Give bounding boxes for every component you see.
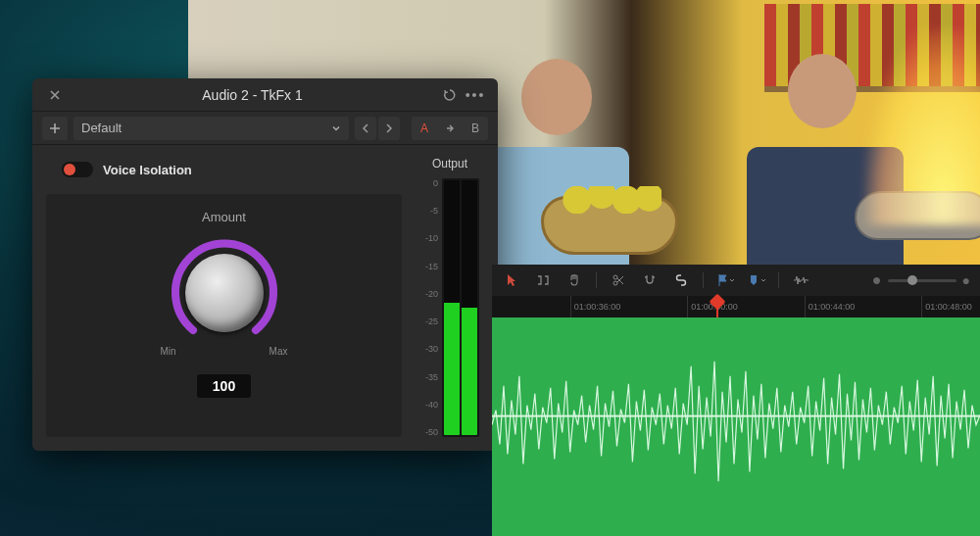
svg-rect-2 <box>492 415 980 417</box>
output-meter: 0 -5 -10 -15 -20 -25 -30 -35 -40 -50 <box>420 178 479 437</box>
preset-row: Default A B <box>32 112 498 145</box>
snap-icon[interactable] <box>640 270 660 290</box>
add-preset-button[interactable] <box>42 117 68 140</box>
close-icon[interactable] <box>42 84 68 106</box>
reset-icon[interactable] <box>437 84 463 106</box>
fx-enable-toggle[interactable] <box>62 162 93 177</box>
range-tool-icon[interactable] <box>533 270 553 290</box>
svg-point-1 <box>613 281 617 285</box>
fx-name-label: Voice Isolation <box>103 163 192 177</box>
preview-flame <box>864 29 980 225</box>
timeline-zoom[interactable]: ● ● <box>872 271 970 289</box>
ruler-tick: 01:00:48:00 <box>921 296 972 317</box>
meter-bar-right <box>462 180 477 435</box>
hand-tool-icon[interactable] <box>564 270 584 290</box>
amount-dial[interactable] <box>166 234 283 352</box>
param-label: Amount <box>202 210 246 224</box>
pointer-tool-icon[interactable] <box>502 270 521 290</box>
timeline: ● ● 01:00:36:00 01:00:40:00 01:00:44:00 … <box>492 265 980 536</box>
fx-panel-titlebar: Audio 2 - TkFx 1 ••• <box>32 78 498 112</box>
marker-icon[interactable] <box>747 270 766 290</box>
preset-prev-button[interactable] <box>355 117 376 140</box>
preview-lemons <box>559 186 662 214</box>
meter-bar-left <box>444 180 460 435</box>
razor-tool-icon[interactable] <box>609 270 628 290</box>
fx-param-box: Amount Min Max 100 <box>46 194 402 437</box>
meter-scale: 0 -5 -10 -15 -20 -25 -30 -35 -40 -50 <box>420 178 440 437</box>
preset-next-button[interactable] <box>378 117 400 140</box>
fx-panel-title: Audio 2 - TkFx 1 <box>68 87 437 103</box>
flag-icon[interactable] <box>715 270 735 290</box>
timeline-ruler[interactable]: 01:00:36:00 01:00:40:00 01:00:44:00 01:0… <box>492 296 980 317</box>
param-value[interactable]: 100 <box>197 374 251 398</box>
ab-compare: A B <box>412 117 488 140</box>
preset-dropdown[interactable]: Default <box>74 117 349 140</box>
output-label: Output <box>432 157 467 171</box>
ab-a-button[interactable]: A <box>412 117 437 140</box>
preset-selected: Default <box>81 121 122 135</box>
ruler-tick: 01:00:44:00 <box>805 296 856 317</box>
svg-point-0 <box>613 275 617 279</box>
ab-b-button[interactable]: B <box>463 117 488 140</box>
chevron-down-icon <box>331 123 341 133</box>
menu-icon[interactable]: ••• <box>463 84 488 106</box>
link-icon[interactable] <box>671 270 691 290</box>
ab-copy-button[interactable] <box>437 117 463 140</box>
transient-icon[interactable] <box>791 270 810 290</box>
fx-panel: Audio 2 - TkFx 1 ••• Default A B <box>32 78 498 451</box>
audio-track[interactable] <box>492 317 980 536</box>
ruler-tick: 01:00:36:00 <box>570 296 621 317</box>
waveform <box>492 317 980 532</box>
timeline-toolbar: ● ● <box>492 265 980 296</box>
